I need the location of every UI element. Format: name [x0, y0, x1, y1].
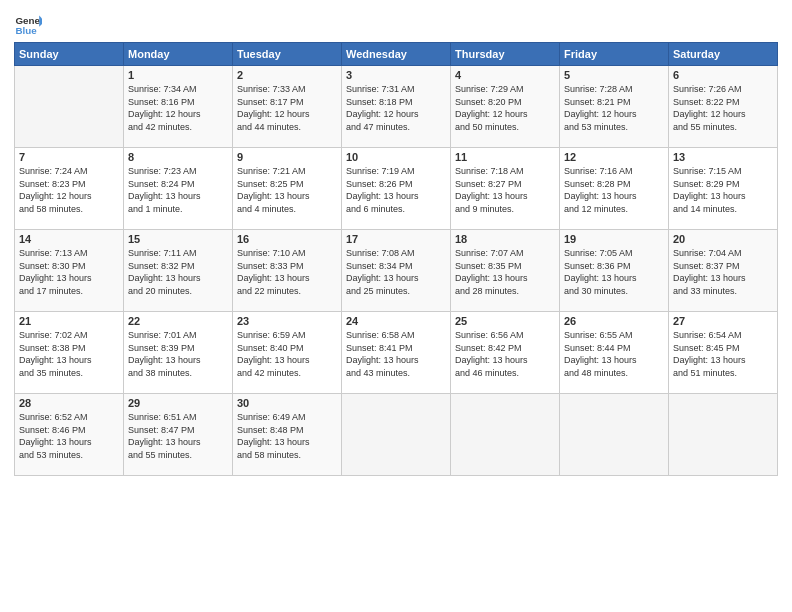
day-info: Sunrise: 7:23 AM Sunset: 8:24 PM Dayligh… — [128, 165, 228, 215]
day-number: 4 — [455, 69, 555, 81]
day-header-sunday: Sunday — [15, 43, 124, 66]
day-header-tuesday: Tuesday — [233, 43, 342, 66]
day-info: Sunrise: 7:02 AM Sunset: 8:38 PM Dayligh… — [19, 329, 119, 379]
day-number: 15 — [128, 233, 228, 245]
day-number: 6 — [673, 69, 773, 81]
calendar-cell: 27Sunrise: 6:54 AM Sunset: 8:45 PM Dayli… — [669, 312, 778, 394]
calendar-week-0: 1Sunrise: 7:34 AM Sunset: 8:16 PM Daylig… — [15, 66, 778, 148]
logo-icon: General Blue — [14, 10, 42, 38]
day-info: Sunrise: 7:24 AM Sunset: 8:23 PM Dayligh… — [19, 165, 119, 215]
day-info: Sunrise: 6:49 AM Sunset: 8:48 PM Dayligh… — [237, 411, 337, 461]
day-number: 30 — [237, 397, 337, 409]
day-number: 5 — [564, 69, 664, 81]
day-number: 9 — [237, 151, 337, 163]
calendar-cell: 3Sunrise: 7:31 AM Sunset: 8:18 PM Daylig… — [342, 66, 451, 148]
day-info: Sunrise: 7:16 AM Sunset: 8:28 PM Dayligh… — [564, 165, 664, 215]
calendar-cell: 8Sunrise: 7:23 AM Sunset: 8:24 PM Daylig… — [124, 148, 233, 230]
day-info: Sunrise: 7:33 AM Sunset: 8:17 PM Dayligh… — [237, 83, 337, 133]
calendar-week-1: 7Sunrise: 7:24 AM Sunset: 8:23 PM Daylig… — [15, 148, 778, 230]
day-info: Sunrise: 6:56 AM Sunset: 8:42 PM Dayligh… — [455, 329, 555, 379]
day-info: Sunrise: 6:55 AM Sunset: 8:44 PM Dayligh… — [564, 329, 664, 379]
day-number: 8 — [128, 151, 228, 163]
calendar-cell: 29Sunrise: 6:51 AM Sunset: 8:47 PM Dayli… — [124, 394, 233, 476]
day-header-wednesday: Wednesday — [342, 43, 451, 66]
calendar-cell: 9Sunrise: 7:21 AM Sunset: 8:25 PM Daylig… — [233, 148, 342, 230]
calendar-week-2: 14Sunrise: 7:13 AM Sunset: 8:30 PM Dayli… — [15, 230, 778, 312]
day-number: 14 — [19, 233, 119, 245]
calendar-table: SundayMondayTuesdayWednesdayThursdayFrid… — [14, 42, 778, 476]
day-number: 13 — [673, 151, 773, 163]
day-number: 18 — [455, 233, 555, 245]
day-info: Sunrise: 7:07 AM Sunset: 8:35 PM Dayligh… — [455, 247, 555, 297]
calendar-cell: 19Sunrise: 7:05 AM Sunset: 8:36 PM Dayli… — [560, 230, 669, 312]
day-info: Sunrise: 7:18 AM Sunset: 8:27 PM Dayligh… — [455, 165, 555, 215]
day-info: Sunrise: 7:26 AM Sunset: 8:22 PM Dayligh… — [673, 83, 773, 133]
day-number: 11 — [455, 151, 555, 163]
calendar-cell: 26Sunrise: 6:55 AM Sunset: 8:44 PM Dayli… — [560, 312, 669, 394]
day-info: Sunrise: 7:05 AM Sunset: 8:36 PM Dayligh… — [564, 247, 664, 297]
calendar-cell: 30Sunrise: 6:49 AM Sunset: 8:48 PM Dayli… — [233, 394, 342, 476]
calendar-cell: 28Sunrise: 6:52 AM Sunset: 8:46 PM Dayli… — [15, 394, 124, 476]
day-info: Sunrise: 6:59 AM Sunset: 8:40 PM Dayligh… — [237, 329, 337, 379]
day-number: 29 — [128, 397, 228, 409]
day-info: Sunrise: 6:54 AM Sunset: 8:45 PM Dayligh… — [673, 329, 773, 379]
calendar-cell: 10Sunrise: 7:19 AM Sunset: 8:26 PM Dayli… — [342, 148, 451, 230]
day-info: Sunrise: 7:04 AM Sunset: 8:37 PM Dayligh… — [673, 247, 773, 297]
day-number: 7 — [19, 151, 119, 163]
calendar-cell — [342, 394, 451, 476]
calendar-cell — [15, 66, 124, 148]
calendar-cell: 21Sunrise: 7:02 AM Sunset: 8:38 PM Dayli… — [15, 312, 124, 394]
page-container: General Blue SundayMondayTuesdayWednesda… — [0, 0, 792, 486]
calendar-cell: 15Sunrise: 7:11 AM Sunset: 8:32 PM Dayli… — [124, 230, 233, 312]
day-header-saturday: Saturday — [669, 43, 778, 66]
header: General Blue — [14, 10, 778, 38]
day-number: 12 — [564, 151, 664, 163]
day-info: Sunrise: 7:15 AM Sunset: 8:29 PM Dayligh… — [673, 165, 773, 215]
calendar-week-4: 28Sunrise: 6:52 AM Sunset: 8:46 PM Dayli… — [15, 394, 778, 476]
day-info: Sunrise: 6:52 AM Sunset: 8:46 PM Dayligh… — [19, 411, 119, 461]
day-info: Sunrise: 7:28 AM Sunset: 8:21 PM Dayligh… — [564, 83, 664, 133]
logo: General Blue — [14, 10, 44, 38]
day-info: Sunrise: 7:01 AM Sunset: 8:39 PM Dayligh… — [128, 329, 228, 379]
day-info: Sunrise: 6:58 AM Sunset: 8:41 PM Dayligh… — [346, 329, 446, 379]
calendar-cell: 12Sunrise: 7:16 AM Sunset: 8:28 PM Dayli… — [560, 148, 669, 230]
day-number: 1 — [128, 69, 228, 81]
day-number: 19 — [564, 233, 664, 245]
calendar-cell: 23Sunrise: 6:59 AM Sunset: 8:40 PM Dayli… — [233, 312, 342, 394]
day-header-monday: Monday — [124, 43, 233, 66]
day-info: Sunrise: 7:19 AM Sunset: 8:26 PM Dayligh… — [346, 165, 446, 215]
calendar-cell: 6Sunrise: 7:26 AM Sunset: 8:22 PM Daylig… — [669, 66, 778, 148]
day-info: Sunrise: 7:34 AM Sunset: 8:16 PM Dayligh… — [128, 83, 228, 133]
day-number: 10 — [346, 151, 446, 163]
day-info: Sunrise: 7:21 AM Sunset: 8:25 PM Dayligh… — [237, 165, 337, 215]
day-number: 16 — [237, 233, 337, 245]
day-number: 21 — [19, 315, 119, 327]
day-number: 20 — [673, 233, 773, 245]
day-number: 25 — [455, 315, 555, 327]
day-info: Sunrise: 7:08 AM Sunset: 8:34 PM Dayligh… — [346, 247, 446, 297]
calendar-cell: 25Sunrise: 6:56 AM Sunset: 8:42 PM Dayli… — [451, 312, 560, 394]
day-info: Sunrise: 7:29 AM Sunset: 8:20 PM Dayligh… — [455, 83, 555, 133]
calendar-cell: 13Sunrise: 7:15 AM Sunset: 8:29 PM Dayli… — [669, 148, 778, 230]
day-number: 2 — [237, 69, 337, 81]
day-header-friday: Friday — [560, 43, 669, 66]
calendar-cell: 1Sunrise: 7:34 AM Sunset: 8:16 PM Daylig… — [124, 66, 233, 148]
day-number: 22 — [128, 315, 228, 327]
calendar-cell: 17Sunrise: 7:08 AM Sunset: 8:34 PM Dayli… — [342, 230, 451, 312]
day-number: 27 — [673, 315, 773, 327]
day-info: Sunrise: 7:11 AM Sunset: 8:32 PM Dayligh… — [128, 247, 228, 297]
calendar-cell: 11Sunrise: 7:18 AM Sunset: 8:27 PM Dayli… — [451, 148, 560, 230]
calendar-week-3: 21Sunrise: 7:02 AM Sunset: 8:38 PM Dayli… — [15, 312, 778, 394]
calendar-cell — [669, 394, 778, 476]
calendar-cell: 24Sunrise: 6:58 AM Sunset: 8:41 PM Dayli… — [342, 312, 451, 394]
day-number: 26 — [564, 315, 664, 327]
calendar-cell — [560, 394, 669, 476]
calendar-cell: 2Sunrise: 7:33 AM Sunset: 8:17 PM Daylig… — [233, 66, 342, 148]
calendar-cell: 18Sunrise: 7:07 AM Sunset: 8:35 PM Dayli… — [451, 230, 560, 312]
calendar-cell: 7Sunrise: 7:24 AM Sunset: 8:23 PM Daylig… — [15, 148, 124, 230]
day-info: Sunrise: 7:31 AM Sunset: 8:18 PM Dayligh… — [346, 83, 446, 133]
calendar-cell: 14Sunrise: 7:13 AM Sunset: 8:30 PM Dayli… — [15, 230, 124, 312]
calendar-cell: 16Sunrise: 7:10 AM Sunset: 8:33 PM Dayli… — [233, 230, 342, 312]
day-number: 3 — [346, 69, 446, 81]
calendar-cell: 22Sunrise: 7:01 AM Sunset: 8:39 PM Dayli… — [124, 312, 233, 394]
